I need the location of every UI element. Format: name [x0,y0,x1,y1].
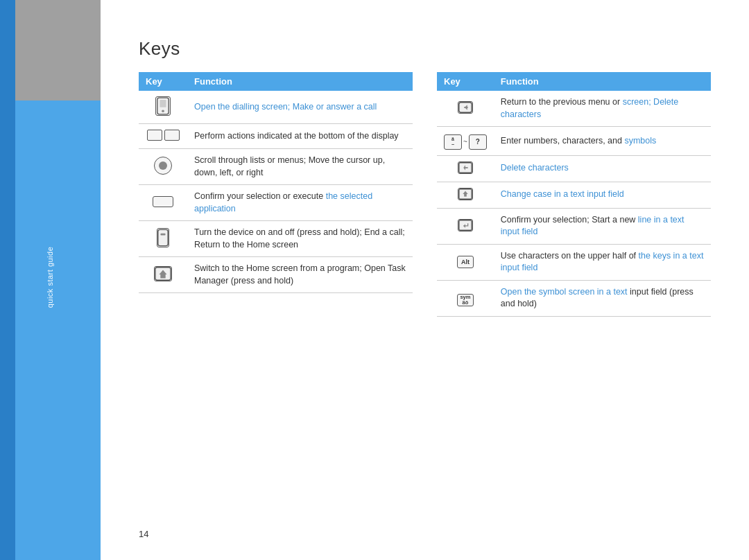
double-key-icon [147,130,180,141]
page-number: 14 [101,529,148,539]
func-cell: Return to the previous menu or screen; D… [494,91,711,127]
num-key-icon: ä~ [444,134,462,150]
key-cell [437,182,494,208]
key-cell [139,124,187,149]
shift-key-icon [458,188,473,200]
key-cell: symäö [437,280,494,316]
key-cell: ä~ ~ ? [437,127,494,156]
confirm-key-icon [153,196,173,207]
func-cell: Scroll through lists or menus; Move the … [187,149,413,185]
key-cell [437,208,494,244]
page-container: quick start guide Keys Key Function [0,0,749,560]
func-cell: Perform actions indicated at the bottom … [187,124,413,149]
table-row: Change case in a text input field [437,182,711,208]
right-keys-table: Key Function [437,72,711,317]
table-row: Turn the device on and off (press and ho… [139,221,413,257]
func-highlight: the keys in a text input field [501,251,704,273]
func-cell: Confirm your selection or execute the se… [187,185,413,221]
right-col-key-header: Key [437,72,494,91]
question-key-icon: ? [469,134,487,150]
func-highlight: Change case in a text input field [501,189,624,199]
sidebar-top-gray [15,0,101,100]
table-row: Delete characters [437,155,711,182]
table-row: Switch to the Home screen from a program… [139,257,413,293]
left-keys-table: Key Function [139,72,413,293]
table-row: Scroll through lists or menus; Move the … [139,149,413,185]
func-cell: Enter numbers, characters, and symbols [494,127,711,156]
svg-rect-1 [160,100,166,107]
key-cell [139,149,187,185]
page-title: Keys [139,38,711,60]
sidebar: quick start guide [0,0,101,560]
alt-key-icon: Alt [457,256,474,268]
table-row: Alt Use characters on the upper half of … [437,244,711,280]
key-cell [139,91,187,124]
right-table-header-row: Key Function [437,72,711,91]
nav-inner [159,161,167,170]
svg-rect-4 [160,234,165,236]
key-cell [437,91,494,127]
home-key-icon [154,266,172,281]
func-cell: Open the dialling screen; Make or answer… [187,91,413,124]
left-col-function-header: Function [187,72,413,91]
key-cell [139,257,187,293]
key-cell: Alt [437,244,494,280]
num-key-group: ä~ ~ ? [444,134,487,150]
func-cell: Turn the device on and off (press and ho… [187,221,413,257]
right-col-function-header: Function [494,72,711,91]
enter-key-icon [458,219,473,231]
table-row: Confirm your selection or execute the se… [139,185,413,221]
func-highlight: Open the symbol screen in a text [501,287,628,297]
tables-wrapper: Key Function [139,72,711,317]
nav-key-icon [154,157,172,175]
key-cell [437,155,494,182]
svg-rect-3 [158,229,168,245]
svg-rect-10 [464,107,467,108]
func-cell: Open the symbol screen in a text input f… [494,280,711,316]
func-cell: Delete characters [494,155,711,182]
phone-key-icon [155,96,171,116]
func-highlight: line in a text input field [501,215,685,237]
sym-key-icon: symäö [457,294,474,306]
table-row: Open the dialling screen; Make or answer… [139,91,413,124]
sidebar-label: quick start guide [46,247,54,308]
func-highlight: symbols [624,136,656,146]
main-content: Keys Key Function [101,0,749,560]
svg-point-2 [162,110,164,112]
table-row: Return to the previous menu or screen; D… [437,91,711,127]
right-table-section: Key Function [437,72,711,317]
table-row: Confirm your selection; Start a new line… [437,208,711,244]
right-rect-key [164,130,180,141]
table-row: Perform actions indicated at the bottom … [139,124,413,149]
left-rect-key [147,130,162,141]
svg-rect-16 [464,194,467,197]
func-highlight: Delete characters [501,163,569,173]
table-row: ä~ ~ ? Enter numbers, characters, and sy… [437,127,711,156]
svg-rect-7 [160,274,165,279]
func-cell: Change case in a text input field [494,182,711,208]
func-cell: Confirm your selection; Start a new line… [494,208,711,244]
power-key-icon [157,228,169,247]
tilde-separator: ~ [463,138,467,146]
back-key-icon [458,101,473,114]
func-text-highlight: Open the dialling screen; Make or answer… [194,102,377,112]
key-cell [139,185,187,221]
func-cell: Switch to the Home screen from a program… [187,257,413,293]
sidebar-label-container: quick start guide [0,236,101,319]
func-highlight: the selected application [194,191,372,213]
left-table-section: Key Function [139,72,413,317]
svg-rect-13 [465,167,468,168]
del-key-icon [458,161,473,174]
func-highlight: screen; Delete characters [501,97,678,119]
key-cell [139,221,187,257]
func-cell: Use characters on the upper half of the … [494,244,711,280]
left-table-header-row: Key Function [139,72,413,91]
left-col-key-header: Key [139,72,187,91]
table-row: symäö Open the symbol screen in a text i… [437,280,711,316]
